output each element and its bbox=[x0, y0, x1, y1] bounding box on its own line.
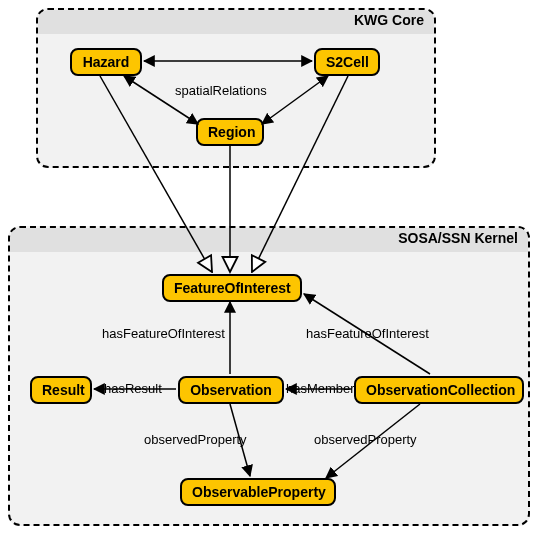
node-s2cell: S2Cell bbox=[314, 48, 380, 76]
container-title-kwg: KWG Core bbox=[38, 10, 434, 34]
edge-label-has-foi-left: hasFeatureOfInterest bbox=[102, 326, 225, 341]
edge-label-has-result: hasResult bbox=[104, 381, 162, 396]
node-region: Region bbox=[196, 118, 264, 146]
container-title-sosa: SOSA/SSN Kernel bbox=[10, 228, 528, 252]
edge-label-observed-property-left: observedProperty bbox=[144, 432, 247, 447]
node-feature-of-interest: FeatureOfInterest bbox=[162, 274, 302, 302]
node-observation: Observation bbox=[178, 376, 284, 404]
edge-label-has-foi-right: hasFeatureOfInterest bbox=[306, 326, 429, 341]
edge-label-has-member: hasMember bbox=[286, 381, 355, 396]
node-result: Result bbox=[30, 376, 92, 404]
edge-label-spatial-relations: spatialRelations bbox=[175, 83, 267, 98]
node-observation-collection: ObservationCollection bbox=[354, 376, 524, 404]
edge-label-observed-property-right: observedProperty bbox=[314, 432, 417, 447]
node-hazard: Hazard bbox=[70, 48, 142, 76]
node-observable-property: ObservableProperty bbox=[180, 478, 336, 506]
